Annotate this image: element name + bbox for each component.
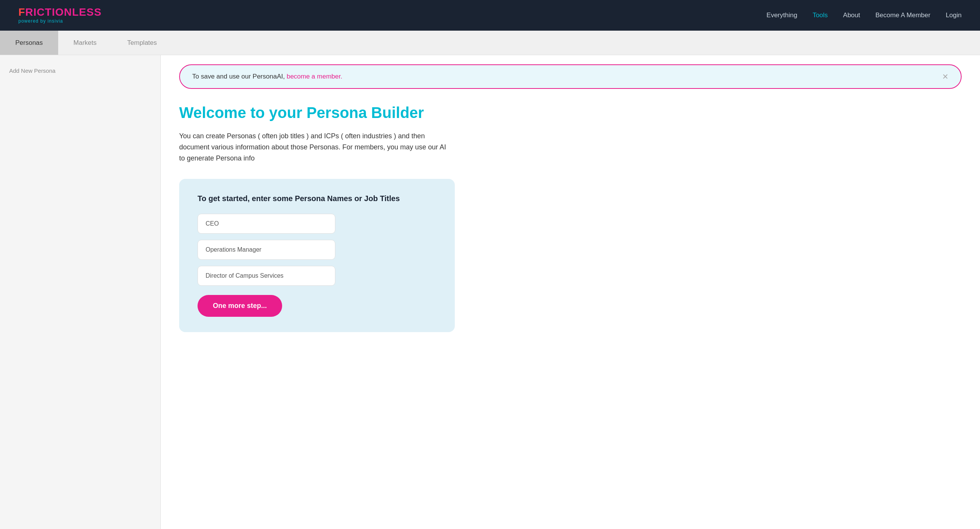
- add-new-persona-link[interactable]: Add New Persona: [9, 67, 56, 74]
- tab-personas[interactable]: Personas: [0, 31, 58, 55]
- logo-rictionless: RICTIONLESS: [25, 6, 101, 18]
- form-card-title: To get started, enter some Persona Names…: [198, 194, 436, 203]
- tab-markets[interactable]: Markets: [58, 31, 112, 55]
- nav-about[interactable]: About: [843, 11, 860, 19]
- logo-f: F: [18, 6, 25, 18]
- header: FRICTIONLESS powered by insivia Everythi…: [0, 0, 980, 31]
- content-area: To save and use our PersonaAI, become a …: [161, 55, 980, 529]
- tab-templates[interactable]: Templates: [112, 31, 172, 55]
- persona-input-2[interactable]: [198, 240, 335, 260]
- nav-become-member[interactable]: Become A Member: [875, 11, 931, 19]
- banner-text: To save and use our PersonaAI, become a …: [192, 73, 342, 80]
- membership-banner: To save and use our PersonaAI, become a …: [179, 64, 962, 89]
- logo-powered: powered by insivia: [18, 18, 63, 24]
- welcome-title: Welcome to your Persona Builder: [179, 104, 962, 121]
- next-step-button[interactable]: One more step...: [198, 295, 282, 317]
- main-nav: Everything Tools About Become A Member L…: [766, 11, 962, 19]
- persona-input-1[interactable]: [198, 214, 335, 234]
- persona-input-3[interactable]: [198, 266, 335, 286]
- sidebar: Add New Persona: [0, 55, 161, 529]
- banner-close-button[interactable]: ✕: [942, 72, 949, 81]
- main-layout: Add New Persona To save and use our Pers…: [0, 55, 980, 529]
- nav-everything[interactable]: Everything: [766, 11, 797, 19]
- tabs-bar: Personas Markets Templates: [0, 31, 980, 55]
- nav-tools[interactable]: Tools: [813, 11, 828, 19]
- logo: FRICTIONLESS powered by insivia: [18, 7, 101, 24]
- banner-member-link[interactable]: become a member.: [287, 73, 343, 80]
- logo-text: FRICTIONLESS: [18, 7, 101, 18]
- banner-text-before: To save and use our PersonaAI,: [192, 73, 285, 80]
- persona-form-card: To get started, enter some Persona Names…: [179, 179, 455, 332]
- welcome-description: You can create Personas ( often job titl…: [179, 131, 447, 164]
- nav-login[interactable]: Login: [946, 11, 962, 19]
